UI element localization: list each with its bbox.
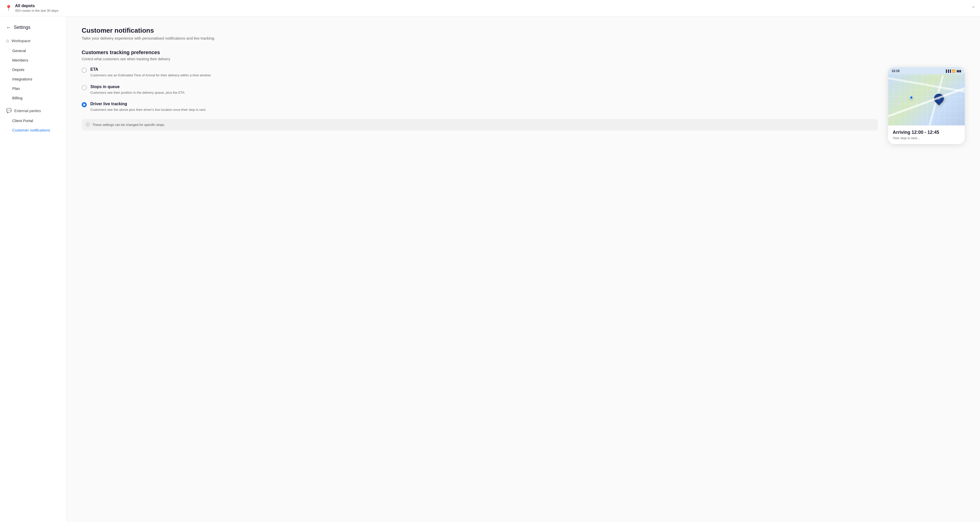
phone-arriving-sub: Your stop is next... <box>893 136 960 140</box>
phone-info-card: Arriving 12:00 - 12:45 Your stop is next… <box>888 125 965 144</box>
sidebar-item-integrations[interactable]: Integrations <box>0 74 66 84</box>
main-content: Customer notifications Tailor your deliv… <box>66 16 980 522</box>
driver-live-tracking-option[interactable]: Driver live tracking Customers see the a… <box>82 102 878 112</box>
workspace-section: ⌂ Workspace <box>0 35 66 46</box>
tracking-section-desc: Control what customers see when tracking… <box>82 57 965 61</box>
driver-live-tracking-desc: Customers see the above plus their drive… <box>90 107 205 112</box>
depot-selector-chevron[interactable]: ⌃ <box>972 6 975 11</box>
sidebar-item-client-portal[interactable]: Client Portal <box>0 116 66 125</box>
info-banner-text: These settings can be changed for specif… <box>92 123 165 127</box>
info-banner: ⓘ These settings can be changed for spec… <box>82 119 878 131</box>
location-pin-icon: 📍 <box>5 5 12 11</box>
stops-in-queue-label: Stops in queue <box>90 85 185 89</box>
tracking-options: ETA Customers see an Estimated Time of A… <box>82 67 878 131</box>
header-text: All depots 453 routes in the last 30 day… <box>15 3 969 13</box>
sidebar-item-billing[interactable]: Billing <box>0 93 66 103</box>
sidebar-item-plan[interactable]: Plan <box>0 84 66 93</box>
header: 📍 All depots 453 routes in the last 30 d… <box>0 0 980 16</box>
sidebar-item-depots[interactable]: Depots <box>0 65 66 74</box>
map-pin-circle: ⌂ <box>932 92 946 105</box>
phone-map: ⌂ <box>888 74 965 125</box>
sidebar-item-members[interactable]: Members <box>0 56 66 65</box>
sidebar: ← Settings ⌂ Workspace General Members D… <box>0 16 66 522</box>
external-parties-section: 💬 External parties <box>0 105 66 116</box>
map-pin-home-icon: ⌂ <box>938 96 940 101</box>
sidebar-item-customer-notifications[interactable]: Customer notifications <box>0 125 66 135</box>
phone-status-bar: 12:15 ▐▐▐ 📶 ▮▮▮ <box>888 67 965 74</box>
map-road-horizontal <box>888 76 965 95</box>
signal-icon: ▐▐▐ <box>945 69 951 72</box>
app-body: ← Settings ⌂ Workspace General Members D… <box>0 16 980 522</box>
eta-radio-button[interactable] <box>82 68 87 73</box>
sidebar-item-general[interactable]: General <box>0 46 66 56</box>
info-icon: ⓘ <box>86 122 90 128</box>
page-subtitle: Tailor your delivery experience with per… <box>82 36 965 40</box>
tracking-section: ETA Customers see an Estimated Time of A… <box>82 67 965 144</box>
workspace-icon: ⌂ <box>6 38 9 43</box>
header-subtitle: 453 routes in the last 30 days <box>15 9 969 13</box>
stops-in-queue-option[interactable]: Stops in queue Customers see their posit… <box>82 85 878 95</box>
wifi-icon: 📶 <box>952 69 956 73</box>
phone-screen: 12:15 ▐▐▐ 📶 ▮▮▮ ⌂ <box>888 67 965 144</box>
eta-label: ETA <box>90 67 211 72</box>
driver-live-tracking-radio-button[interactable] <box>82 102 87 107</box>
eta-desc: Customers see an Estimated Time of Arriv… <box>90 73 211 78</box>
map-current-location-dot <box>910 96 913 99</box>
external-parties-label: External parties <box>14 109 41 113</box>
back-arrow-icon: ← <box>6 24 11 30</box>
workspace-label: Workspace <box>11 38 30 43</box>
driver-live-tracking-label: Driver live tracking <box>90 102 205 106</box>
back-button[interactable]: ← Settings <box>0 22 66 35</box>
page-title: Customer notifications <box>82 27 965 35</box>
back-label: Settings <box>14 25 30 30</box>
phone-arriving-title: Arriving 12:00 - 12:45 <box>893 130 960 135</box>
eta-option[interactable]: ETA Customers see an Estimated Time of A… <box>82 67 878 78</box>
stops-in-queue-desc: Customers see their position in the deli… <box>90 90 185 95</box>
map-destination-pin: ⌂ <box>934 94 944 104</box>
header-title: All depots <box>15 3 969 8</box>
phone-time: 12:15 <box>892 69 900 73</box>
tracking-section-heading: Customers tracking preferences <box>82 49 965 56</box>
phone-mockup: 12:15 ▐▐▐ 📶 ▮▮▮ ⌂ <box>888 67 965 144</box>
phone-status-icons: ▐▐▐ 📶 ▮▮▮ <box>945 69 961 73</box>
battery-icon: ▮▮▮ <box>956 69 961 73</box>
stops-in-queue-radio-button[interactable] <box>82 85 87 90</box>
external-parties-icon: 💬 <box>6 108 12 113</box>
